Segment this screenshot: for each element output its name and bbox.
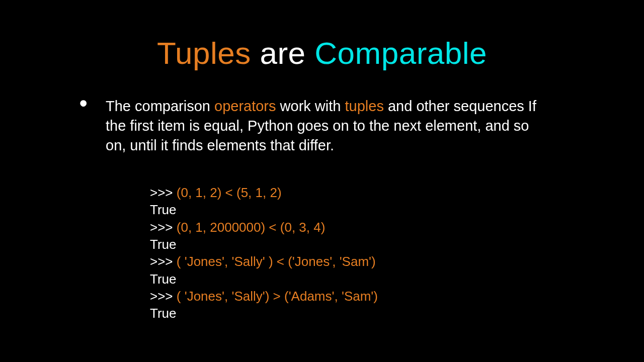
title-word-comparable: Comparable <box>314 36 487 70</box>
para-text-2: work with <box>276 98 345 114</box>
slide: Tuples are Comparable • The comparison o… <box>0 0 644 362</box>
code-result-2: True <box>150 236 378 253</box>
prompt: >>> <box>150 185 177 200</box>
code-expr-2: (0, 1, 2000000) < (0, 3, 4) <box>177 220 326 235</box>
code-result-4: True <box>150 305 378 322</box>
prompt: >>> <box>150 254 177 269</box>
title-word-are: are <box>251 36 315 70</box>
code-line-2: >>> (0, 1, 2000000) < (0, 3, 4) <box>150 219 378 236</box>
prompt: >>> <box>150 220 177 235</box>
title-word-tuples: Tuples <box>157 36 251 70</box>
code-result-1: True <box>150 201 378 218</box>
code-expr-4: ( 'Jones', 'Sally') > ('Adams', 'Sam') <box>177 289 378 304</box>
para-operators: operators <box>214 98 276 114</box>
code-line-3: >>> ( 'Jones', 'Sally' ) < ('Jones', 'Sa… <box>150 253 378 270</box>
code-line-4: >>> ( 'Jones', 'Sally') > ('Adams', 'Sam… <box>150 288 378 305</box>
code-expr-1: (0, 1, 2) < (5, 1, 2) <box>177 185 282 200</box>
code-result-3: True <box>150 270 378 288</box>
code-block: >>> (0, 1, 2) < (5, 1, 2) True >>> (0, 1… <box>150 184 378 322</box>
bullet-icon: • <box>79 90 87 116</box>
code-expr-3: ( 'Jones', 'Sally' ) < ('Jones', 'Sam') <box>177 254 376 269</box>
para-text-1: The comparison <box>106 98 214 114</box>
prompt: >>> <box>150 289 177 304</box>
para-tuples: tuples <box>345 98 384 114</box>
slide-title: Tuples are Comparable <box>0 35 644 71</box>
code-line-1: >>> (0, 1, 2) < (5, 1, 2) <box>150 184 378 201</box>
body-paragraph: The comparison operators work with tuple… <box>106 97 548 155</box>
